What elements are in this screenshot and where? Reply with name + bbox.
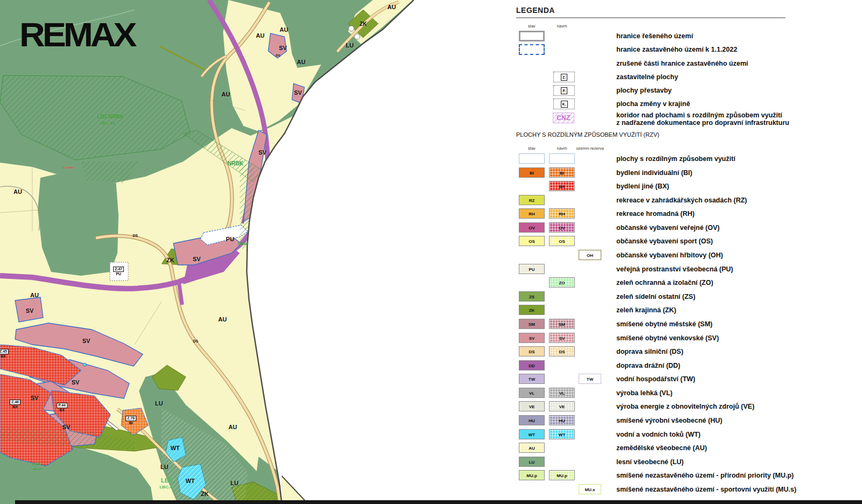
legend-row-label: rekreace v zahrádkářských osadách (RZ) <box>616 197 859 204</box>
rzv-section-header: PLOCHY S ROZDÍLNÝM ZPŮSOBEM VYUŽITÍ (RZV… <box>516 131 659 138</box>
legend-row-label: plochy přestavby <box>616 87 859 94</box>
legend-row-label: bydlení individuální (BI) <box>616 169 859 177</box>
legend-row-label: smíšené nezastavěného území - sportovní … <box>616 486 859 493</box>
swatch-HU-navrh: HU <box>549 415 575 425</box>
legend-row-label: zeleň krajinná (ZK) <box>616 306 859 314</box>
legend-divider <box>516 17 785 18</box>
swatch-ZS-stav: ZS <box>519 291 545 302</box>
legend-title: LEGENDA <box>516 6 555 15</box>
cnz-corridor-symbol: CNZ <box>553 113 574 123</box>
overlay-code: Z. <box>561 74 567 81</box>
legend-row-label: zeleň ochranná a izolační (ZO) <box>616 279 859 286</box>
legend-row-label: smíšené obytné městské (SM) <box>616 320 859 328</box>
legend-row-label: hranice zastavěného území k 1.1.2022 <box>616 46 859 53</box>
legend-row-label: občanské vybavení sport (OS) <box>616 237 859 245</box>
legend-row-label: doprava drážní (DD) <box>616 362 859 369</box>
legend-row-label: zeleň sídelní ostatní (ZS) <box>616 293 859 300</box>
solved-boundary-symbol <box>519 31 545 41</box>
col-header-navrh: návrh <box>549 24 575 29</box>
legend-panel: LEGENDA stav návrh hranice řešeného územ… <box>0 0 862 504</box>
swatch-MU.p-stav: MU.p <box>519 470 545 480</box>
swatch-RZ-stav: RZ <box>519 195 545 205</box>
swatch-DS-stav: DS <box>519 346 545 356</box>
overlay-symbol-Z: Z. <box>553 72 575 82</box>
swatch-DS-navrh: DS <box>549 346 575 356</box>
swatch-rzv-stav <box>519 153 545 164</box>
legend-row-label: smíšené obytné venkovské (SV) <box>616 334 859 342</box>
swatch-MU.p-navrh: MU.p <box>549 470 575 480</box>
legend-row-label: plochy s rozdílným způsobem využití <box>616 155 859 163</box>
swatch-WT-navrh: WT <box>549 429 575 439</box>
overlay-symbol-K: K. <box>553 99 575 109</box>
builtup-boundary-symbol <box>519 44 545 55</box>
rzv-col-header-rezerva: územní rezerva <box>573 146 607 151</box>
swatch-VE-stav: VE <box>519 401 545 411</box>
legend-row-label: vodní a vodních toků (WT) <box>616 431 859 438</box>
swatch-BX-navrh: BX <box>549 181 575 191</box>
legend-row-label: lesní všeobecné (LU) <box>616 458 859 466</box>
swatch-HU-stav: HU <box>519 415 545 425</box>
legend-row-label: občanské vybavení hřbitovy (OH) <box>616 251 859 259</box>
legend-row-label: bydlení jiné (BX) <box>616 183 859 190</box>
swatch-ZK-stav: ZK <box>519 305 545 315</box>
legend-row-label: rekreace hromadná (RH) <box>616 210 859 218</box>
swatch-ZO-navrh: ZO <box>549 277 575 288</box>
legend-row-label: výroba lehká (VL) <box>616 389 859 397</box>
legend-row-label: zrušené části hranice zastavěného území <box>616 60 859 67</box>
rzv-col-header-navrh: návrh <box>549 146 575 151</box>
swatch-AU-stav: AU <box>519 443 545 453</box>
legend-row-label: plocha změny v krajině <box>616 100 859 108</box>
legend-row-label: zemědělské všeobecné (AU) <box>616 444 859 452</box>
overlay-code: P. <box>561 87 567 94</box>
legend-row-label: vodní hospodářství (TW) <box>616 375 859 383</box>
swatch-WT-stav: WT <box>519 429 545 439</box>
legend-row-label: hranice řešeného území <box>616 32 859 40</box>
swatch-SM-navrh: SM <box>549 319 575 329</box>
col-header-stav: stav <box>519 24 545 29</box>
swatch-VL-stav: VL <box>519 388 545 398</box>
legend-row-label: zastavitelné plochy <box>616 73 859 81</box>
swatch-VE-navrh: VE <box>549 401 575 411</box>
swatch-PU-stav: PU <box>519 264 545 274</box>
legend-row-label: smíšené nezastavěného území - přírodní p… <box>616 472 859 479</box>
legend-row-label: občanské vybavení veřejné (OV) <box>616 224 859 232</box>
swatch-DD-stav: DD <box>519 360 545 370</box>
legend-row-label: smíšené výrobní všeobecné (HU) <box>616 417 859 424</box>
swatch-OS-stav: OS <box>519 236 545 246</box>
swatch-BI-navrh: BI <box>549 167 575 178</box>
swatch-OH-rezerva: OH <box>579 250 601 260</box>
swatch-LU-stav: LU <box>519 457 545 467</box>
swatch-TW-rezerva: TW <box>579 374 601 384</box>
legend-row-label: koridor nad plochami s rozdílným způsobe… <box>616 111 859 127</box>
legend-row-label: výroba energie z obnovitelných zdrojů (V… <box>616 403 859 410</box>
swatch-SV-navrh: SV <box>549 333 575 343</box>
swatch-SM-stav: SM <box>519 319 545 329</box>
swatch-RH-stav: RH <box>519 208 545 219</box>
swatch-rzv-navrh <box>549 153 575 164</box>
swatch-RH-navrh: RH <box>549 208 575 219</box>
legend-row-label: veřejná prostranství všeobecná (PU) <box>616 265 859 273</box>
overlay-symbol-P: P. <box>553 85 575 96</box>
swatch-OV-stav: OV <box>519 222 545 233</box>
swatch-BI-stav: BI <box>519 167 545 178</box>
rzv-col-header-stav: stav <box>519 146 545 151</box>
swatch-OV-navrh: OV <box>549 222 575 233</box>
swatch-VL-navrh: VL <box>549 388 575 398</box>
legend-row-label: doprava silniční (DS) <box>616 348 859 355</box>
swatch-SV-stav: SV <box>519 333 545 343</box>
bottom-black-bar <box>15 500 862 504</box>
swatch-MU.s-rezerva: MU.s <box>579 484 601 494</box>
swatch-OS-navrh: OS <box>549 236 575 246</box>
swatch-TW-stav: TW <box>519 374 545 384</box>
overlay-code: K. <box>561 101 568 108</box>
